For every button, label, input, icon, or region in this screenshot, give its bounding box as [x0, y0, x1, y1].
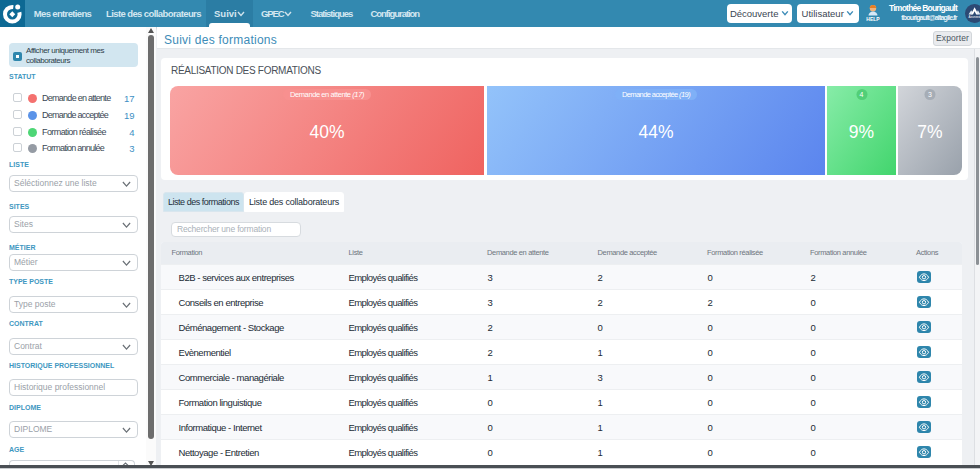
svg-text:HELP: HELP	[866, 16, 880, 22]
svg-text:Azuneed: Azuneed	[969, 14, 980, 18]
